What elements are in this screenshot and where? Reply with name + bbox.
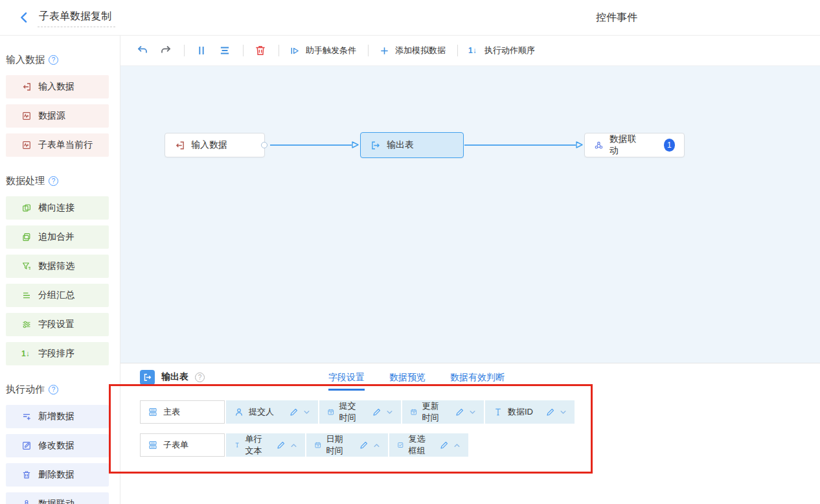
horizontal-join-icon <box>21 203 32 213</box>
chevron-down-icon[interactable] <box>303 409 310 416</box>
tab-data-validity[interactable]: 数据有效判断 <box>450 363 505 391</box>
calendar-icon <box>327 407 335 417</box>
undo-icon[interactable] <box>136 44 149 57</box>
sidebar-item-data-source[interactable]: 数据源 <box>6 104 109 128</box>
sidebar-item-group-summary[interactable]: 分组汇总 <box>6 284 109 307</box>
toolbar-separator <box>243 45 244 56</box>
edit-field-icon[interactable] <box>359 441 369 450</box>
chevron-down-icon[interactable] <box>469 409 476 416</box>
data-linkage-icon <box>594 140 604 151</box>
bottom-panel: 输出表 ? 字段设置 数据预览 数据有效判断 主表 <box>120 363 820 504</box>
field-cell-submitter[interactable]: 提交人 <box>226 400 318 424</box>
flow-node-input-data[interactable]: 输入数据 <box>165 133 265 157</box>
panel-title: 输出表 <box>161 371 188 383</box>
sidebar-item-append-merge[interactable]: 追加合并 <box>6 225 109 249</box>
toolbar-separator <box>279 45 279 56</box>
row-label-main-table[interactable]: 主表 <box>140 400 225 424</box>
redo-icon[interactable] <box>159 44 172 57</box>
assistant-trigger-button[interactable]: 助手触发条件 <box>290 45 356 56</box>
chevron-up-icon[interactable] <box>453 442 461 449</box>
sidebar-item-delete-data[interactable]: 删除数据 <box>6 463 109 487</box>
import-icon <box>21 82 32 92</box>
help-icon[interactable]: ? <box>195 372 205 382</box>
flow-connector-line <box>270 144 352 146</box>
edit-field-icon[interactable] <box>277 441 286 450</box>
table-row-main: 主表 提交人 提交时间 <box>140 400 820 424</box>
table-row-subform: 子表单 单行文本 日期时间 <box>140 433 820 457</box>
sidebar: 输入数据 ? 输入数据 数据源 子表单当前行 数据处理 <box>0 36 120 504</box>
flow-node-data-linkage[interactable]: 数据联动 1 <box>584 133 685 157</box>
sidebar-item-horizontal-join[interactable]: 横向连接 <box>6 196 109 220</box>
field-settings-icon <box>21 319 32 330</box>
arrow-head-icon <box>575 141 584 149</box>
sidebar-item-subform-current-row[interactable]: 子表单当前行 <box>6 133 109 157</box>
plus-icon <box>379 45 390 56</box>
action-order-icon: 1↓ <box>468 45 479 56</box>
help-icon[interactable]: ? <box>49 385 58 395</box>
field-cell-single-line-text[interactable]: 单行文本 <box>226 433 305 457</box>
sort-icon: 1↓ <box>21 349 32 359</box>
flow-node-output-table[interactable]: 输出表 <box>360 132 464 158</box>
edit-field-icon[interactable] <box>546 407 555 417</box>
field-cell-datetime[interactable]: 日期时间 <box>306 433 388 457</box>
delete-data-icon <box>21 470 32 480</box>
field-cell-checkbox-group[interactable]: 复选框组 <box>389 433 468 457</box>
checkbox-icon <box>397 440 404 450</box>
sidebar-item-data-linkage[interactable]: 数据联动 <box>6 492 109 504</box>
calendar-icon <box>314 440 322 450</box>
sidebar-item-add-data[interactable]: 新增数据 <box>6 405 109 428</box>
sidebar-item-field-sort[interactable]: 1↓ 字段排序 <box>6 342 109 365</box>
sidebar-item-field-settings[interactable]: 字段设置 <box>6 313 109 336</box>
tab-field-settings[interactable]: 字段设置 <box>328 363 365 391</box>
section-title-input: 输入数据 ? <box>6 54 109 66</box>
field-cell-update-time[interactable]: 更新时间 <box>402 400 484 424</box>
delete-node-icon[interactable] <box>254 44 267 57</box>
canvas-toolbar: 助手触发条件 添加模拟数据 1↓ 执行动作顺序 <box>120 36 820 66</box>
subform-row-icon <box>21 140 32 150</box>
section-title-process: 数据处理 ? <box>6 175 109 187</box>
edit-field-icon[interactable] <box>290 407 299 417</box>
sidebar-item-input-data[interactable]: 输入数据 <box>6 75 109 98</box>
flow-canvas[interactable]: 输入数据 输出表 数据联动 1 <box>120 66 820 363</box>
export-icon <box>370 140 381 151</box>
chevron-down-icon[interactable] <box>560 409 567 416</box>
chevron-up-icon[interactable] <box>290 442 297 449</box>
back-icon[interactable] <box>17 10 31 25</box>
help-icon[interactable]: ? <box>49 55 58 65</box>
output-port[interactable] <box>261 142 268 148</box>
horizontal-layout-icon[interactable] <box>218 44 231 57</box>
edit-field-icon[interactable] <box>440 441 449 450</box>
field-rows-area: 主表 提交人 提交时间 <box>120 400 820 457</box>
calendar-icon <box>410 407 418 417</box>
edit-field-icon[interactable] <box>372 407 382 417</box>
append-merge-icon <box>21 232 32 242</box>
toolbar-separator <box>457 45 458 56</box>
action-order-button[interactable]: 1↓ 执行动作顺序 <box>468 45 535 56</box>
export-icon <box>140 370 155 385</box>
arrow-head-icon <box>351 141 359 149</box>
sidebar-item-data-filter[interactable]: 数据筛选 <box>6 255 109 278</box>
panel-header: 输出表 ? 字段设置 数据预览 数据有效判断 <box>120 363 820 391</box>
chevron-up-icon[interactable] <box>373 442 380 449</box>
sidebar-item-modify-data[interactable]: 修改数据 <box>6 434 109 457</box>
trigger-condition-icon <box>290 45 301 56</box>
import-icon <box>174 140 185 151</box>
page-title[interactable]: 子表单数据复制 <box>38 8 115 27</box>
toolbar-separator <box>368 45 369 56</box>
tab-data-preview[interactable]: 数据预览 <box>389 363 426 391</box>
help-icon[interactable]: ? <box>49 176 58 186</box>
group-summary-icon <box>21 290 32 301</box>
modify-data-icon <box>21 441 32 451</box>
person-icon <box>234 407 244 417</box>
add-mock-data-button[interactable]: 添加模拟数据 <box>379 45 446 56</box>
edit-field-icon[interactable] <box>455 407 464 417</box>
datasource-icon <box>21 111 32 121</box>
add-data-icon <box>21 411 32 422</box>
flow-connector-line <box>464 144 576 146</box>
field-cell-submit-time[interactable]: 提交时间 <box>319 400 401 424</box>
chevron-down-icon[interactable] <box>386 409 393 416</box>
field-cell-data-id[interactable]: 数据ID <box>485 400 575 424</box>
row-label-subform[interactable]: 子表单 <box>140 433 225 457</box>
toolbar-separator <box>184 45 185 56</box>
vertical-layout-icon[interactable] <box>195 44 208 57</box>
